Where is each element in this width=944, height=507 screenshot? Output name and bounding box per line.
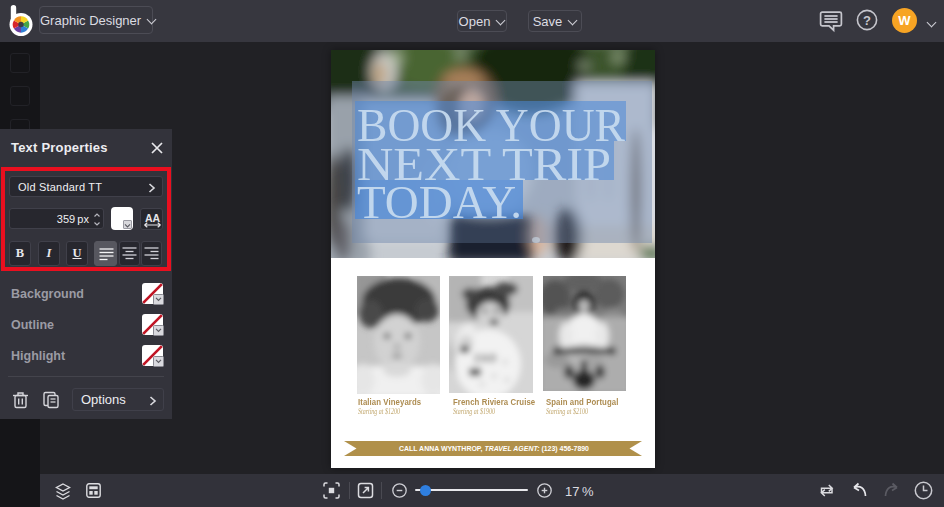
svg-text:TODAY.: TODAY.	[357, 176, 522, 228]
svg-text:ZAD: ZAD	[474, 353, 498, 364]
svg-text:?: ?	[863, 13, 871, 28]
svg-text:AA: AA	[145, 212, 161, 224]
svg-text:CALL ANNA WYNTHROP, TRAVEL AGE: CALL ANNA WYNTHROP, TRAVEL AGENT: (123) …	[399, 445, 589, 453]
